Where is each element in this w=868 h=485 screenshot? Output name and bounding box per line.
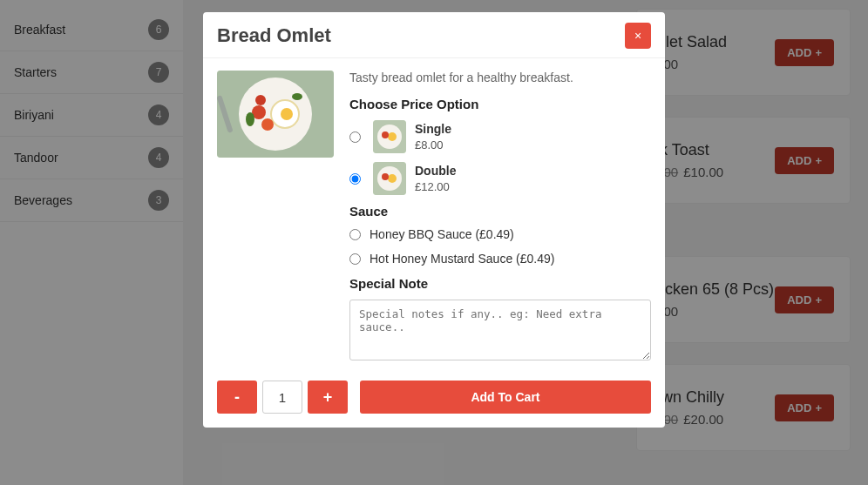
quantity-increment-button[interactable]: +: [308, 381, 348, 414]
price-option-single[interactable]: Single £8.00: [349, 120, 651, 153]
option-thumbnail: [373, 120, 406, 153]
close-icon: ×: [634, 29, 641, 43]
quantity-stepper: - 1 +: [217, 381, 348, 414]
modal-footer: - 1 + Add To Cart: [203, 368, 665, 428]
sauce-option-hot-honey-mustard[interactable]: Hot Honey Mustard Sauce (£0.49): [349, 252, 651, 266]
quantity-value: 1: [262, 381, 302, 414]
svg-point-16: [388, 174, 397, 183]
svg-point-5: [261, 118, 274, 131]
option-label: Single: [415, 122, 451, 136]
modal-header: Bread Omlet ×: [203, 12, 665, 58]
option-price: £12.00: [415, 180, 456, 193]
sauce-option-honey-bbq[interactable]: Honey BBQ Sauce (£0.49): [349, 227, 651, 241]
svg-point-12: [388, 132, 397, 141]
modal-body: Tasty bread omlet for a healthy breakfas…: [203, 58, 665, 368]
sauce-label: Honey BBQ Sauce (£0.49): [370, 227, 514, 241]
special-note-field: [349, 300, 651, 363]
svg-point-13: [382, 131, 389, 138]
modal-overlay[interactable]: Bread Omlet ×: [0, 0, 868, 485]
svg-point-7: [246, 112, 254, 126]
svg-point-8: [292, 93, 302, 100]
price-option-double[interactable]: Double £12.00: [349, 162, 651, 195]
svg-point-17: [382, 173, 389, 180]
price-option-heading: Choose Price Option: [349, 97, 651, 111]
svg-point-3: [281, 108, 293, 120]
option-label: Double: [415, 164, 456, 178]
option-price: £8.00: [415, 138, 451, 152]
sauce-label: Hot Honey Mustard Sauce (£0.49): [370, 252, 554, 266]
sauce-radio[interactable]: [349, 229, 361, 240]
price-option-radio[interactable]: [349, 131, 361, 143]
svg-point-6: [255, 95, 266, 105]
product-description: Tasty bread omlet for a healthy breakfas…: [349, 71, 651, 84]
add-to-cart-button[interactable]: Add To Cart: [360, 381, 651, 414]
product-image: [217, 71, 334, 158]
sauce-radio[interactable]: [349, 253, 361, 265]
modal-details: Tasty bread omlet for a healthy breakfas…: [349, 71, 651, 363]
price-option-radio[interactable]: [349, 173, 361, 185]
close-button[interactable]: ×: [625, 23, 651, 49]
special-note-textarea[interactable]: [349, 300, 651, 360]
sauce-heading: Sauce: [349, 204, 651, 219]
special-note-heading: Special Note: [349, 276, 651, 291]
item-options-modal: Bread Omlet ×: [203, 12, 665, 428]
modal-title: Bread Omlet: [217, 24, 331, 47]
quantity-decrement-button[interactable]: -: [217, 381, 257, 414]
food-image-icon: [217, 71, 334, 158]
option-thumbnail: [373, 162, 406, 195]
